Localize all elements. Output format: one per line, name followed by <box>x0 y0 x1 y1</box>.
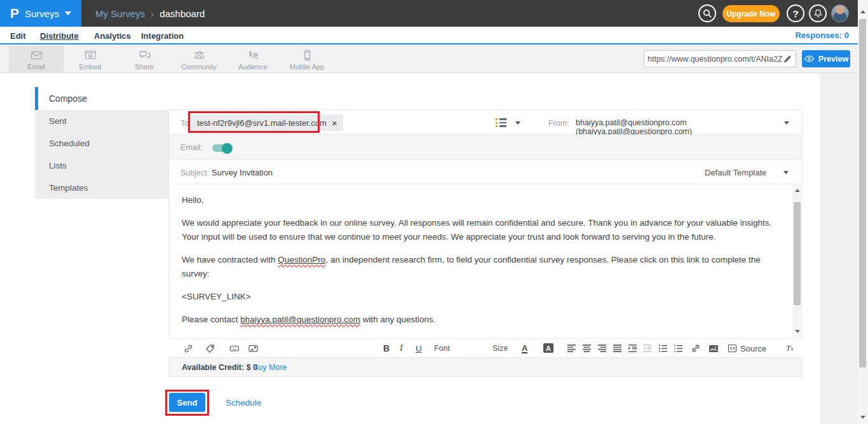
responses-count: Responses: 0 <box>795 31 849 40</box>
recipient-list-caret-icon[interactable] <box>515 121 520 125</box>
search-button[interactable] <box>698 4 716 22</box>
questionpro-link[interactable]: QuestionPro <box>278 255 325 264</box>
tab-analytics[interactable]: Analytics <box>94 28 131 44</box>
align-center-button[interactable] <box>583 343 592 353</box>
insert-tag-button[interactable] <box>205 343 215 353</box>
from-label: From: <box>548 119 569 128</box>
notifications-button[interactable] <box>809 4 827 22</box>
channel-community-label: Community <box>181 63 217 71</box>
media-icon <box>248 344 258 353</box>
edit-url-pencil-icon[interactable] <box>783 54 792 64</box>
sidebar-item-compose[interactable]: Compose <box>35 87 168 110</box>
page-scroll-up-icon[interactable] <box>860 10 865 13</box>
page-scrollbar-thumb[interactable] <box>859 19 866 367</box>
chain-link-icon <box>691 344 701 353</box>
schedule-link[interactable]: Schedule <box>226 398 261 407</box>
recipient-list-button[interactable] <box>496 118 506 127</box>
community-icon <box>193 49 206 62</box>
page-scrollbar[interactable] <box>858 0 868 424</box>
editor-scroll-down-icon[interactable] <box>795 330 800 333</box>
upgrade-now-button[interactable]: Upgrade Now <box>722 5 780 22</box>
bell-icon <box>813 8 824 19</box>
bulleted-list-button[interactable] <box>659 343 668 353</box>
tag-icon <box>205 344 215 353</box>
keyboard-icon <box>229 344 240 353</box>
channel-embed[interactable]: Embed <box>63 46 118 73</box>
editor-scroll-up-icon[interactable] <box>795 189 800 192</box>
contact-email-link[interactable]: bhaiyya.patil@questionpro.com <box>240 315 360 324</box>
numbered-list-button[interactable] <box>674 343 683 353</box>
tab-distribute[interactable]: Distribute <box>40 28 79 44</box>
send-button[interactable]: Send <box>169 393 205 412</box>
recipient-row: To: test-nf2r9vjl6@srv1.mail-tester.com … <box>168 109 803 135</box>
channel-share[interactable]: Share <box>117 46 172 73</box>
underline-button[interactable]: U <box>416 343 422 353</box>
remove-format-button[interactable]: Tx <box>786 343 794 353</box>
editor-scrollbar-thumb[interactable] <box>794 202 801 305</box>
sidebar-item-templates[interactable]: Templates <box>35 177 168 199</box>
email-body-editor[interactable]: Hello, We would appreciate your feedback… <box>168 184 803 338</box>
sidebar-item-scheduled[interactable]: Scheduled <box>35 132 168 154</box>
align-justify-icon <box>613 345 622 352</box>
italic-button[interactable]: I <box>400 343 403 353</box>
from-selector[interactable]: bhaiyya.patil@questionpro.com (bhaiyya.p… <box>576 118 802 136</box>
buy-more-link[interactable]: Buy More <box>253 363 287 372</box>
insert-image-button[interactable] <box>709 343 719 353</box>
source-code-icon <box>728 344 737 353</box>
insert-embed-media-button[interactable] <box>248 343 258 353</box>
survey-url-input[interactable] <box>648 55 783 64</box>
outdent-button[interactable] <box>643 343 652 353</box>
breadcrumb-my-surveys[interactable]: My Surveys <box>95 8 145 19</box>
email-toggle[interactable] <box>212 144 231 152</box>
image-icon <box>709 345 719 353</box>
indent-icon <box>628 345 637 352</box>
help-button[interactable]: ? <box>787 4 804 22</box>
background-color-button[interactable]: A <box>543 343 553 353</box>
page-scroll-down-icon[interactable] <box>860 416 865 419</box>
mobile-app-icon <box>301 49 314 62</box>
indent-button[interactable] <box>628 343 637 353</box>
preview-label: Preview <box>818 55 848 64</box>
body-para3: Please contact bhaiyya.patil@questionpro… <box>182 313 782 327</box>
tab-edit[interactable]: Edit <box>10 28 26 44</box>
email-toggle-row: Email: <box>168 135 803 159</box>
questionpro-logo-icon: P <box>10 6 19 21</box>
channel-community[interactable]: Community <box>172 46 226 73</box>
text-color-button[interactable]: A <box>522 343 527 353</box>
align-right-button[interactable] <box>598 343 607 353</box>
align-left-button[interactable] <box>567 343 576 353</box>
source-label: Source <box>740 344 766 353</box>
hyperlink-button[interactable] <box>691 343 701 353</box>
user-avatar[interactable] <box>831 4 849 22</box>
align-justify-button[interactable] <box>613 343 622 353</box>
sidebar-item-lists[interactable]: Lists <box>35 154 168 177</box>
recipient-chip[interactable]: test-nf2r9vjl6@srv1.mail-tester.com × <box>191 114 343 131</box>
channel-audience[interactable]: Audience <box>226 46 280 73</box>
insert-keyboard-button[interactable] <box>229 343 240 353</box>
subject-row: Subject: Survey Invitation Default Templ… <box>168 159 803 184</box>
product-menu-label: Surveys <box>25 8 59 19</box>
subject-input[interactable]: Survey Invitation <box>212 168 273 177</box>
editor-scrollbar[interactable] <box>792 185 803 337</box>
source-button[interactable]: Source <box>728 343 766 353</box>
channel-mobile-app[interactable]: Mobile App <box>280 46 334 73</box>
body-greeting: Hello, <box>182 193 782 207</box>
credit-row: Available Credit: $ 0 Buy More <box>168 357 803 377</box>
remove-recipient-icon[interactable]: × <box>332 118 337 128</box>
channel-email[interactable]: Email <box>9 46 64 73</box>
subject-label: Subject: <box>180 168 209 177</box>
product-switcher[interactable]: P Surveys <box>0 0 81 27</box>
preview-button[interactable]: Preview <box>802 50 850 67</box>
link-icon <box>184 344 193 353</box>
sidebar-item-sent[interactable]: Sent <box>35 110 168 132</box>
size-dropdown[interactable]: Size <box>492 343 508 353</box>
font-dropdown[interactable]: Font <box>434 343 450 353</box>
template-caret-icon[interactable] <box>783 171 789 174</box>
from-caret-icon[interactable] <box>784 121 789 125</box>
bold-button[interactable]: B <box>383 343 390 353</box>
outdent-icon <box>643 345 652 352</box>
tab-integration[interactable]: Integration <box>141 28 184 44</box>
insert-link-variable-button[interactable] <box>184 343 193 353</box>
align-center-icon <box>583 345 592 352</box>
template-selector[interactable]: Default Template <box>705 168 766 177</box>
